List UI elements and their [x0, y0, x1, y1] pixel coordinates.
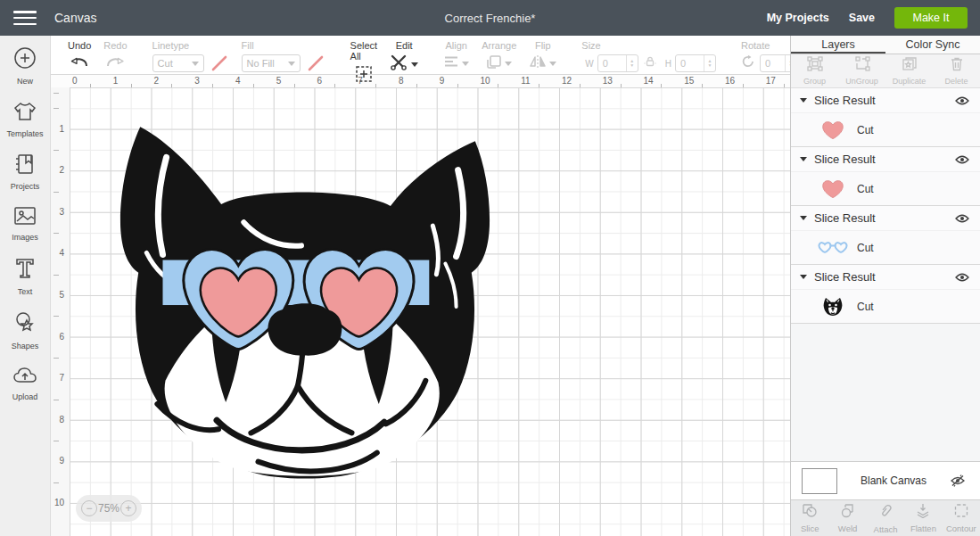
design-canvas[interactable]: 01234567891011121314151617 12345678910 −…	[51, 75, 790, 536]
group-icon	[807, 56, 823, 75]
width-stepper[interactable]: ▲▼	[626, 55, 638, 71]
edit-toolbar: Undo Redo Linetype Cut	[51, 36, 790, 75]
fill-color-swatch[interactable]	[306, 54, 325, 72]
sidebar-item-upload[interactable]: Upload	[12, 366, 38, 401]
weld-button[interactable]: Weld	[828, 500, 866, 536]
ruler-number: 5	[276, 76, 282, 86]
layer-group-header[interactable]: Slice Result	[791, 147, 980, 172]
height-stepper[interactable]: ▲▼	[704, 55, 715, 71]
blank-canvas-row[interactable]: Blank Canvas	[791, 461, 980, 499]
fill-dropdown[interactable]: No Fill	[242, 54, 301, 72]
sidebar-item-templates[interactable]: Templates	[6, 101, 43, 138]
ruler-number: 6	[59, 332, 64, 342]
plus-circle-icon	[13, 46, 37, 73]
chevron-down-icon[interactable]	[800, 275, 807, 279]
picture-icon	[13, 206, 37, 229]
redo-icon	[105, 54, 125, 69]
chevron-down-icon[interactable]	[800, 98, 807, 103]
chevron-down-icon[interactable]	[800, 216, 807, 220]
hamburger-menu-icon[interactable]	[13, 11, 37, 25]
linetype-dropdown[interactable]: Cut	[152, 54, 204, 72]
width-input[interactable]: 0 ▲▼	[597, 54, 638, 72]
edit-tools-icon	[390, 54, 408, 74]
sidebar-item-images[interactable]: Images	[12, 206, 38, 242]
make-it-button[interactable]: Make It	[894, 7, 968, 29]
linetype-color-swatch[interactable]	[210, 54, 229, 72]
layers-panel: Layers Color Sync Group UnGroup Dupli	[790, 36, 980, 536]
ruler-tick	[580, 84, 581, 87]
tab-layers[interactable]: Layers	[791, 36, 885, 54]
redo-button[interactable]: Redo	[103, 36, 127, 74]
visibility-off-eye-icon[interactable]	[950, 474, 966, 487]
ruler-tick	[784, 84, 785, 87]
sidebar-item-shapes[interactable]: Shapes	[12, 311, 39, 350]
height-input[interactable]: 0 ▲▼	[675, 54, 716, 72]
attach-button[interactable]: Attach	[867, 500, 904, 536]
zoom-in-button[interactable]: +	[120, 500, 136, 516]
tab-color-sync[interactable]: Color Sync	[885, 36, 980, 54]
frenchie-head-thumbnail	[818, 297, 848, 317]
flip-button[interactable]: Flip	[529, 36, 556, 74]
ruler-number: 3	[59, 207, 64, 217]
edit-button[interactable]: Edit	[390, 36, 418, 74]
vertical-ruler: 12345678910	[51, 87, 70, 536]
ruler-tick	[54, 275, 59, 276]
ruler-tick	[171, 84, 172, 87]
layer-row[interactable]: Cut	[791, 290, 980, 323]
delete-button[interactable]: Delete	[933, 54, 980, 87]
zoom-out-button[interactable]: −	[81, 500, 97, 516]
group-button[interactable]: Group	[791, 54, 838, 87]
frenchie-design[interactable]	[116, 118, 494, 485]
flatten-button[interactable]: Flatten	[904, 500, 942, 536]
align-button[interactable]: Align	[443, 36, 469, 74]
canvas-grid[interactable]	[70, 87, 790, 536]
ungroup-button[interactable]: UnGroup	[838, 54, 885, 87]
ruler-number: 12	[562, 76, 572, 86]
left-sidebar: New Templates Projects Images Text	[0, 36, 51, 536]
slice-button[interactable]: Slice	[791, 500, 828, 536]
my-projects-link[interactable]: My Projects	[767, 12, 829, 24]
save-link[interactable]: Save	[849, 12, 875, 24]
ruler-tick	[661, 84, 662, 87]
zoom-level: 75%	[98, 502, 119, 515]
sidebar-item-text[interactable]: Text	[13, 257, 37, 296]
contour-button[interactable]: Contour	[943, 500, 980, 536]
select-all-button[interactable]: Select All	[350, 36, 378, 74]
ruler-tick	[54, 400, 59, 400]
pink-heart-thumbnail	[818, 178, 848, 200]
layer-row[interactable]: Cut	[791, 113, 980, 146]
visibility-eye-icon[interactable]	[955, 273, 969, 282]
layer-group-header[interactable]: Slice Result	[791, 265, 980, 290]
sidebar-item-projects[interactable]: Projects	[11, 153, 40, 191]
ruler-number: 7	[59, 373, 64, 383]
fill-group: Fill No Fill	[242, 36, 325, 74]
ruler-number: 4	[59, 248, 64, 258]
ruler-tick	[90, 84, 91, 87]
ruler-tick	[54, 358, 59, 359]
duplicate-button[interactable]: Duplicate	[885, 54, 933, 87]
layer-group-header[interactable]: Slice Result	[791, 88, 980, 113]
document-title[interactable]: Correct Frenchie*	[445, 12, 536, 25]
layer-group-header[interactable]: Slice Result	[791, 206, 980, 231]
flip-icon	[529, 54, 547, 72]
visibility-eye-icon[interactable]	[955, 155, 969, 164]
chevron-down-icon	[411, 62, 418, 67]
visibility-eye-icon[interactable]	[955, 96, 969, 105]
visibility-eye-icon[interactable]	[955, 214, 969, 223]
zoom-control: − 75% +	[76, 495, 142, 522]
trash-icon	[950, 56, 964, 75]
ruler-tick	[54, 150, 59, 151]
arrange-button[interactable]: Arrange	[482, 36, 516, 74]
lock-icon[interactable]	[644, 55, 656, 71]
layer-row[interactable]: Cut	[791, 172, 980, 205]
layer-row[interactable]: Cut	[791, 231, 980, 264]
ruler-number: 1	[59, 124, 64, 134]
undo-button[interactable]: Undo	[68, 36, 91, 74]
ruler-tick	[54, 108, 59, 109]
ruler-tick	[54, 93, 59, 94]
ruler-number: 1	[113, 76, 119, 86]
ruler-number: 10	[481, 76, 490, 86]
chevron-down-icon[interactable]	[800, 157, 807, 161]
sidebar-item-new[interactable]: New	[13, 46, 37, 86]
layer-group: Slice Result Cut	[791, 147, 980, 206]
